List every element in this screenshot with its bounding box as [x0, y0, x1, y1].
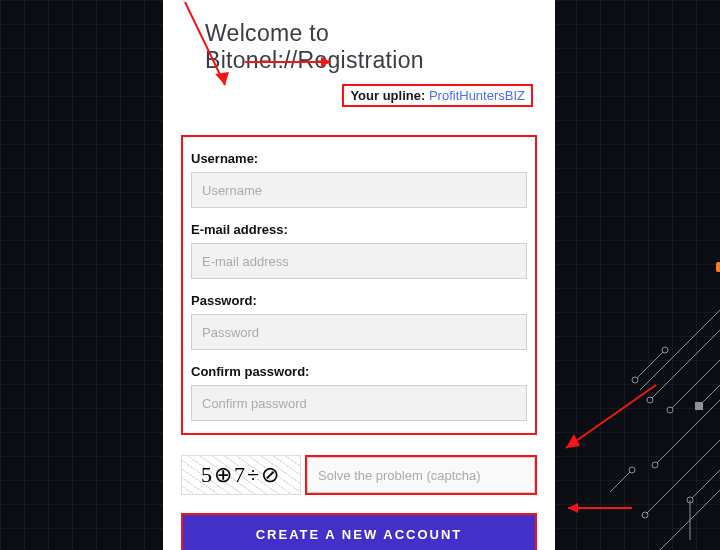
- captcha-highlight-box: [305, 455, 537, 495]
- page-title: Welcome to Bitonel://Registration: [205, 20, 537, 74]
- captcha-input[interactable]: [307, 457, 535, 493]
- submit-highlight-box: CREATE A NEW ACCOUNT: [181, 513, 537, 550]
- captcha-text: 5⊕7÷⊘: [201, 462, 281, 488]
- captcha-row: 5⊕7÷⊘: [181, 455, 537, 495]
- form-highlight-box: Username: E-mail address: Password: Conf…: [181, 135, 537, 435]
- confirm-label: Confirm password:: [191, 364, 527, 379]
- confirm-password-input[interactable]: [191, 385, 527, 421]
- username-input[interactable]: [191, 172, 527, 208]
- upline-row: Your upline: ProfitHuntersBIZ: [181, 84, 533, 107]
- edge-tab: [716, 262, 720, 272]
- email-input[interactable]: [191, 243, 527, 279]
- upline-link[interactable]: ProfitHuntersBIZ: [429, 88, 525, 103]
- upline-highlight: Your upline: ProfitHuntersBIZ: [342, 84, 533, 107]
- captcha-image: 5⊕7÷⊘: [181, 455, 301, 495]
- password-label: Password:: [191, 293, 527, 308]
- create-account-button[interactable]: CREATE A NEW ACCOUNT: [183, 515, 535, 550]
- email-label: E-mail address:: [191, 222, 527, 237]
- registration-card: Welcome to Bitonel://Registration Your u…: [163, 0, 555, 550]
- upline-label: Your upline:: [350, 88, 425, 103]
- username-label: Username:: [191, 151, 527, 166]
- password-input[interactable]: [191, 314, 527, 350]
